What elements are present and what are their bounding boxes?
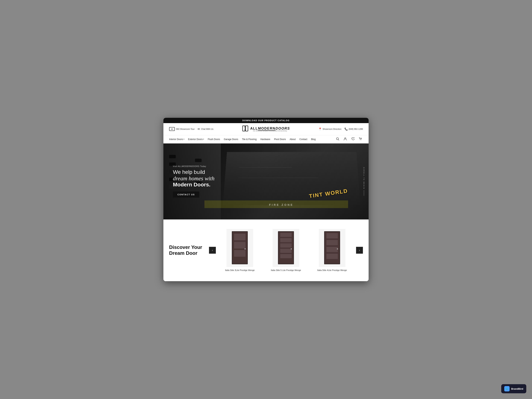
nav-item-exterior-doors[interactable]: Exterior Doors ▾ (188, 135, 204, 143)
carousel-next-button[interactable]: › (356, 247, 363, 254)
svg-rect-11 (234, 234, 246, 240)
nav-item-blog[interactable]: Blog (311, 135, 316, 143)
svg-rect-1 (246, 126, 248, 131)
utility-bar: 360 360 Showroom Tour ✉ Chat With Us (163, 123, 369, 135)
announcement-text: DOWNLOAD OUR PRODUCT CATALOG (242, 119, 290, 122)
scroll-line (364, 190, 364, 196)
svg-rect-20 (280, 249, 292, 253)
nav-item-hardware[interactable]: Hardware (260, 135, 270, 143)
hero-content: Visit ALLMODERNDOORS Today We help build… (173, 165, 215, 198)
product-image-3 (319, 229, 345, 267)
product-name-2: Italia Stile 5 Lite Prestige Wenge (271, 269, 301, 272)
svg-rect-21 (280, 254, 292, 258)
svg-point-29 (337, 248, 338, 249)
logo-area[interactable]: ALLMODERNDOORS the difference between or… (242, 125, 290, 133)
product-card[interactable]: Italia Stile 3Lite Prestige Wenge (219, 229, 261, 272)
browser-window: DOWNLOAD OUR PRODUCT CATALOG 360 360 Sho… (163, 118, 369, 281)
svg-rect-18 (280, 238, 292, 242)
nav-icons (335, 136, 363, 142)
scroll-indicator: SCROLL TO BEGIN (363, 167, 365, 196)
hero-section: TINT WORLD FIRE ZONE Visit ALLMODERNDOOR… (163, 143, 369, 219)
logo-sub: the difference between ordinary and extr… (250, 130, 290, 132)
nav-item-interior-doors[interactable]: Interior Doors ▾ (169, 135, 184, 143)
svg-rect-12 (234, 242, 246, 248)
contact-us-button[interactable]: CONTACT US (173, 191, 199, 198)
svg-point-14 (245, 248, 246, 249)
mail-icon: ✉ (198, 127, 200, 131)
showroom-label: Showroom Direction (323, 128, 342, 130)
svg-rect-13 (234, 250, 246, 257)
product-name-3: Italia Stile 4Lite Prestige Wenge (317, 269, 347, 272)
product-image-2 (273, 229, 299, 267)
chevron-down-icon: ▾ (184, 138, 184, 140)
scroll-text: SCROLL TO BEGIN (363, 167, 365, 189)
svg-point-22 (291, 248, 292, 249)
nav-links: Interior Doors ▾ Exterior Doors ▾ Flush … (169, 135, 316, 143)
nav-item-garage-doors[interactable]: Garage Doors (224, 135, 238, 143)
chevron-down-icon: ▾ (203, 138, 204, 140)
showroom-link[interactable]: 📍 Showroom Direction (318, 127, 342, 131)
svg-line-5 (338, 139, 339, 140)
products-section: Discover Your Dream Door ‹ (163, 219, 369, 281)
svg-rect-25 (326, 233, 338, 238)
tour-link[interactable]: 360 360 Showroom Tour (169, 127, 195, 131)
phone-number: (848) 882-1288 (349, 128, 363, 130)
nav-bar: Interior Doors ▾ Exterior Doors ▾ Flush … (163, 135, 369, 143)
hero-eyebrow: Visit ALLMODERNDOORS Today (173, 165, 215, 167)
logo-main: ALLMODERNDOORS (250, 127, 290, 130)
svg-point-8 (361, 140, 361, 140)
chat-link[interactable]: ✉ Chat With Us (198, 127, 213, 131)
product-card-2[interactable]: Italia Stile 5 Lite Prestige Wenge (265, 229, 307, 272)
account-button[interactable] (343, 136, 348, 142)
chat-label: Chat With Us (201, 128, 213, 130)
door-svg-3 (323, 231, 342, 265)
svg-rect-27 (326, 247, 338, 252)
svg-rect-0 (243, 126, 245, 131)
door-svg-2 (276, 231, 295, 265)
svg-rect-17 (280, 233, 292, 237)
hero-headline-2: Modern Doors. (173, 182, 215, 188)
svg-rect-19 (280, 243, 292, 247)
product-image-1 (227, 229, 253, 267)
fire-zone-text: FIRE ZONE (269, 203, 294, 206)
svg-rect-26 (326, 240, 338, 245)
nav-item-tile-flooring[interactable]: Tile & Flooring (242, 135, 256, 143)
brandbird-label: BrandBird (511, 387, 523, 390)
tour-label: 360 Showroom Tour (176, 128, 195, 130)
nav-item-pivot-doors[interactable]: Pivot Doors (274, 135, 286, 143)
road-marking: FIRE ZONE (204, 200, 348, 208)
products-layout: Discover Your Dream Door ‹ (169, 229, 363, 272)
nav-item-contact[interactable]: Contact (299, 135, 307, 143)
brandbird-badge[interactable]: 🐦 BrandBird (501, 384, 526, 393)
logo-icon (242, 125, 249, 133)
nav-item-flush-doors[interactable]: Flush Doors (208, 135, 220, 143)
products-grid: Italia Stile 3Lite Prestige Wenge (219, 229, 353, 272)
svg-point-7 (360, 140, 361, 140)
wishlist-button[interactable] (350, 136, 355, 142)
logo-text-block: ALLMODERNDOORS the difference between or… (250, 127, 290, 132)
hero-headline-script: dream homes with (173, 175, 215, 182)
announcement-bar[interactable]: DOWNLOAD OUR PRODUCT CATALOG (163, 118, 369, 123)
cart-button[interactable] (358, 136, 363, 142)
svg-point-4 (336, 138, 339, 140)
carousel-container: ‹ (209, 229, 363, 272)
phone-icon: 📞 (344, 127, 348, 131)
360-icon: 360 (169, 127, 175, 131)
location-icon: 📍 (318, 127, 322, 131)
phone-link[interactable]: 📞 (848) 882-1288 (344, 127, 363, 131)
hero-headline-1: We help build (173, 169, 215, 175)
nav-bar-inner: Interior Doors ▾ Exterior Doors ▾ Flush … (169, 135, 363, 143)
search-button[interactable] (335, 136, 340, 142)
products-section-title: Discover Your Dream Door (169, 244, 203, 256)
door-svg-1 (230, 231, 249, 265)
logo-container: ALLMODERNDOORS the difference between or… (242, 125, 290, 133)
product-name-1: Italia Stile 3Lite Prestige Wenge (225, 269, 255, 272)
brandbird-icon: 🐦 (504, 386, 510, 391)
utility-left: 360 360 Showroom Tour ✉ Chat With Us (169, 127, 213, 131)
carousel-prev-button[interactable]: ‹ (209, 247, 216, 254)
utility-right: 📍 Showroom Direction 📞 (848) 882-1288 (318, 127, 363, 131)
product-card-3[interactable]: Italia Stile 4Lite Prestige Wenge (311, 229, 353, 272)
svg-rect-28 (326, 254, 338, 259)
nav-item-about[interactable]: About (290, 135, 295, 143)
